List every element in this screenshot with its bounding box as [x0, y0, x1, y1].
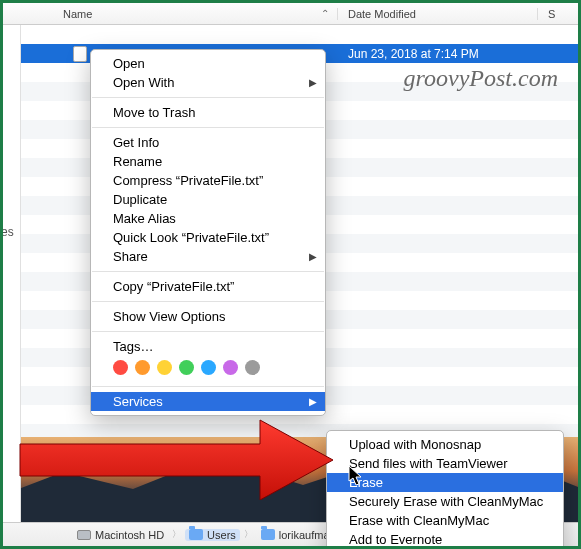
- services-send-teamviewer[interactable]: Send files with TeamViewer: [327, 454, 563, 473]
- menu-separator: [92, 271, 324, 272]
- path-label: Macintosh HD: [95, 529, 164, 541]
- menu-label: Quick Look “PrivateFile.txt”: [113, 230, 269, 245]
- menu-label: Copy “PrivateFile.txt”: [113, 279, 234, 294]
- menu-label: Add to Evernote: [349, 532, 442, 547]
- menu-label: Send files with TeamViewer: [349, 456, 508, 471]
- menu-label: Upload with Monosnap: [349, 437, 481, 452]
- context-menu: Open Open With▶ Move to Trash Get Info R…: [90, 49, 326, 416]
- column-size-label: S: [548, 8, 555, 20]
- column-header-row: Name ⌃ Date Modified S: [3, 3, 578, 25]
- menu-label: Open: [113, 56, 145, 71]
- menu-quick-look[interactable]: Quick Look “PrivateFile.txt”: [91, 228, 325, 247]
- menu-label: Securely Erase with CleanMyMac: [349, 494, 543, 509]
- column-name-label: Name: [63, 8, 92, 20]
- menu-open-with[interactable]: Open With▶: [91, 73, 325, 92]
- menu-duplicate[interactable]: Duplicate: [91, 190, 325, 209]
- menu-rename[interactable]: Rename: [91, 152, 325, 171]
- tag-dot-green[interactable]: [179, 360, 194, 375]
- menu-label: Share: [113, 249, 148, 264]
- menu-services[interactable]: Services▶: [91, 392, 325, 411]
- path-segment-disk[interactable]: Macintosh HD: [73, 529, 168, 541]
- file-icon: [73, 46, 87, 62]
- column-size[interactable]: S: [538, 8, 578, 20]
- tag-dot-gray[interactable]: [245, 360, 260, 375]
- chevron-right-icon: 〉: [244, 528, 253, 541]
- services-add-to-evernote[interactable]: Add to Evernote: [327, 530, 563, 549]
- menu-copy[interactable]: Copy “PrivateFile.txt”: [91, 277, 325, 296]
- services-secure-erase[interactable]: Securely Erase with CleanMyMac: [327, 492, 563, 511]
- menu-label: Erase with CleanMyMac: [349, 513, 489, 528]
- menu-label: Open With: [113, 75, 174, 90]
- sidebar-fragment-text: es: [1, 225, 14, 239]
- chevron-right-icon: ▶: [309, 77, 317, 88]
- column-date-modified[interactable]: Date Modified: [338, 8, 538, 20]
- services-upload-monosnap[interactable]: Upload with Monosnap: [327, 435, 563, 454]
- tag-dot-red[interactable]: [113, 360, 128, 375]
- path-label: Users: [207, 529, 236, 541]
- menu-label: Tags…: [113, 339, 153, 354]
- column-date-label: Date Modified: [348, 8, 416, 20]
- menu-get-info[interactable]: Get Info: [91, 133, 325, 152]
- folder-icon: [261, 529, 275, 540]
- sidebar-sliver: es: [3, 25, 21, 546]
- menu-separator: [92, 127, 324, 128]
- menu-make-alias[interactable]: Make Alias: [91, 209, 325, 228]
- services-submenu: Upload with Monosnap Send files with Tea…: [326, 430, 564, 549]
- menu-label: Duplicate: [113, 192, 167, 207]
- menu-label: Erase: [349, 475, 383, 490]
- menu-separator: [92, 301, 324, 302]
- menu-view-options[interactable]: Show View Options: [91, 307, 325, 326]
- services-erase[interactable]: Erase: [327, 473, 563, 492]
- folder-icon: [189, 529, 203, 540]
- menu-separator: [92, 97, 324, 98]
- chevron-right-icon: 〉: [172, 528, 181, 541]
- chevron-right-icon: ▶: [309, 396, 317, 407]
- tag-dot-purple[interactable]: [223, 360, 238, 375]
- menu-label: Rename: [113, 154, 162, 169]
- menu-label: Compress “PrivateFile.txt”: [113, 173, 263, 188]
- tag-color-row: [91, 356, 325, 381]
- date-cell: Jun 23, 2018 at 7:14 PM: [338, 47, 538, 61]
- menu-separator: [92, 386, 324, 387]
- menu-label: Services: [113, 394, 163, 409]
- menu-label: Get Info: [113, 135, 159, 150]
- path-segment-users[interactable]: Users: [185, 529, 240, 541]
- menu-label: Move to Trash: [113, 105, 195, 120]
- menu-label: Show View Options: [113, 309, 226, 324]
- chevron-right-icon: ▶: [309, 251, 317, 262]
- tag-dot-blue[interactable]: [201, 360, 216, 375]
- disk-icon: [77, 530, 91, 540]
- menu-label: Make Alias: [113, 211, 176, 226]
- menu-tags[interactable]: Tags…: [91, 337, 325, 356]
- tag-dot-yellow[interactable]: [157, 360, 172, 375]
- menu-compress[interactable]: Compress “PrivateFile.txt”: [91, 171, 325, 190]
- table-row[interactable]: [3, 25, 578, 44]
- services-erase-cleanmymac[interactable]: Erase with CleanMyMac: [327, 511, 563, 530]
- menu-open[interactable]: Open: [91, 54, 325, 73]
- menu-separator: [92, 331, 324, 332]
- tag-dot-orange[interactable]: [135, 360, 150, 375]
- sort-ascending-icon: ⌃: [321, 8, 329, 19]
- menu-share[interactable]: Share▶: [91, 247, 325, 266]
- column-name[interactable]: Name ⌃: [53, 8, 338, 20]
- menu-move-to-trash[interactable]: Move to Trash: [91, 103, 325, 122]
